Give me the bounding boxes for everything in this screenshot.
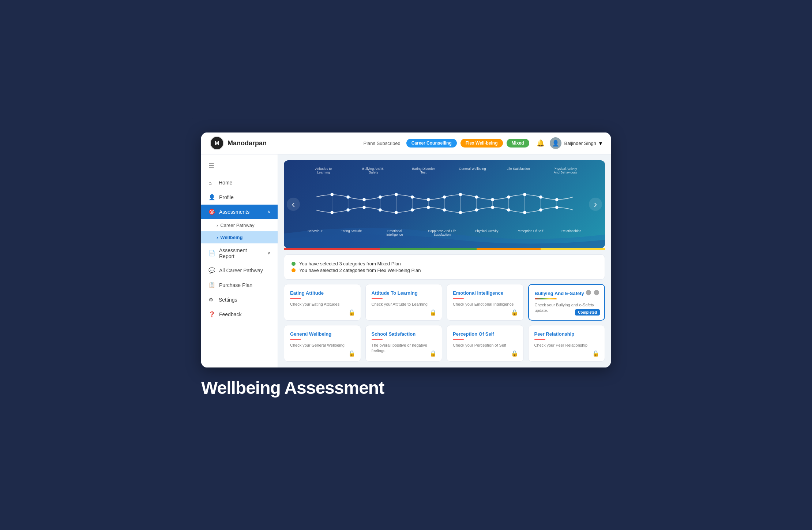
card-title-peer: Peer Relationship	[534, 331, 599, 337]
card-attitude-learning[interactable]: Attitude To Learning Check your Attitude…	[365, 284, 443, 321]
banner-prev-arrow[interactable]: ‹	[287, 198, 300, 211]
sidebar-sub-career-pathway[interactable]: › Career Pathway	[201, 219, 278, 231]
svg-point-8	[362, 206, 366, 209]
card-general-wellbeing[interactable]: General Wellbeing Check your General Wel…	[284, 325, 361, 362]
purchase-icon: 📋	[208, 282, 215, 288]
sidebar-item-settings[interactable]: ⚙ Settings	[201, 292, 278, 307]
sidebar-item-assessment-report[interactable]: 📄 Assessment Report ∨	[201, 243, 278, 263]
completed-badge: Completed	[575, 309, 600, 316]
selection-info: You have selected 3 categories from Mixe…	[284, 254, 605, 280]
svg-point-13	[395, 193, 398, 196]
svg-point-28	[475, 195, 478, 199]
card-desc-eating: Check your Eating Attitudes	[290, 302, 355, 307]
sidebar-item-purchase-plan[interactable]: 📋 Purchase Plan	[201, 278, 278, 292]
card-eating-attitude[interactable]: Eating Attitude Check your Eating Attitu…	[284, 284, 361, 321]
svg-point-16	[411, 195, 414, 199]
banner-bot-label-6: Relationships	[561, 229, 581, 236]
card-color-bar	[535, 298, 557, 299]
svg-point-19	[427, 198, 430, 201]
hamburger-icon[interactable]: ☰	[201, 159, 278, 176]
lock-icon-2: 🔒	[429, 309, 437, 316]
sidebar: ☰ ⌂ Home 👤 Profile 🎯 Assessments ∧ ›	[201, 154, 278, 367]
card-title-school: School Satisfaction	[372, 331, 436, 337]
svg-point-10	[379, 195, 382, 199]
card-perception-self[interactable]: Perception Of Self Check your Perception…	[447, 325, 524, 362]
banner-bot-label-0: Behaviour	[308, 229, 323, 236]
card-underline-3	[453, 298, 464, 299]
card-emotional-intelligence[interactable]: Emotional Intelligence Check your Emotio…	[447, 284, 524, 321]
sidebar-item-home[interactable]: ⌂ Home	[201, 176, 278, 190]
outer-frame: M Manodarpan Plans Subscribed Career Cou…	[187, 118, 625, 413]
content-area: Attitudes to Learning Bullying And E-Saf…	[278, 154, 611, 367]
dot-orange	[292, 268, 296, 272]
banner-label-4: Life Satisfaction	[507, 167, 530, 174]
cards-grid: Eating Attitude Check your Eating Attitu…	[278, 284, 611, 367]
header-right: 🔔 👤 Baljinder Singh ▾	[537, 137, 602, 149]
user-dropdown-icon: ▾	[599, 140, 602, 147]
feedback-icon: ❓	[208, 311, 215, 318]
svg-point-43	[555, 198, 559, 201]
selection-row-1: You have selected 3 categories from Mixe…	[292, 261, 597, 266]
sidebar-item-feedback[interactable]: ❓ Feedback	[201, 307, 278, 322]
svg-point-7	[362, 198, 366, 201]
sidebar-item-all-career[interactable]: 💬 All Career Pathway	[201, 263, 278, 278]
chevron-up-icon: ∧	[267, 209, 270, 214]
svg-point-29	[475, 208, 478, 212]
sidebar-sub-wellbeing[interactable]: › Wellbeing	[201, 231, 278, 243]
sidebar-label-report: Assessment Report	[219, 247, 264, 259]
banner-labels-bottom: Behaviour Eating Attitude Emotional Inte…	[284, 229, 605, 236]
card-dots: ⬤ ⬤	[586, 289, 600, 295]
badge-mixed[interactable]: Mixed	[507, 139, 529, 148]
svg-point-2	[330, 211, 334, 214]
card-school-satisfaction[interactable]: School Satisfaction The overall positive…	[365, 325, 443, 362]
svg-point-23	[443, 208, 446, 212]
sidebar-item-assessments[interactable]: 🎯 Assessments ∧	[201, 205, 278, 219]
home-icon: ⌂	[208, 180, 215, 186]
card-underline-5	[290, 339, 301, 340]
selection-text-2: You have selected 2 categories from Flex…	[299, 268, 421, 273]
chevron-down-icon: ∨	[267, 251, 270, 255]
svg-point-14	[395, 211, 398, 214]
notification-bell-icon[interactable]: 🔔	[537, 139, 545, 147]
badge-flex-wellbeing[interactable]: Flex Well-being	[460, 139, 503, 148]
plans-label: Plans Subscribed	[364, 141, 401, 146]
chevron-right-icon-well: ›	[217, 235, 218, 240]
svg-point-41	[539, 208, 542, 212]
svg-point-17	[411, 208, 414, 212]
sidebar-label-all-career: All Career Pathway	[219, 268, 263, 273]
badge-career-counselling[interactable]: Career Counselling	[406, 139, 457, 148]
logo-area: M Manodarpan	[210, 136, 364, 150]
settings-icon: ⚙	[208, 296, 215, 303]
lock-icon-6: 🔒	[429, 350, 437, 357]
header-center: Plans Subscribed Career Counselling Flex…	[364, 139, 529, 148]
card-title-emotional: Emotional Intelligence	[453, 290, 518, 296]
card-desc-perception: Check your Perception of Self	[453, 343, 518, 348]
header: M Manodarpan Plans Subscribed Career Cou…	[201, 132, 611, 154]
lock-icon-7: 🔒	[511, 350, 518, 357]
banner-label-5: Physical Activity And Behaviours	[551, 167, 580, 174]
card-underline	[290, 298, 301, 299]
banner-next-arrow[interactable]: ›	[589, 198, 602, 211]
card-title-learning: Attitude To Learning	[372, 290, 436, 296]
card-title-wellbeing: General Wellbeing	[290, 331, 355, 337]
user-area[interactable]: 👤 Baljinder Singh ▾	[550, 137, 602, 149]
user-name: Baljinder Singh	[564, 141, 596, 146]
card-underline-2	[372, 298, 383, 299]
banner-bot-label-4: Physical Activity	[475, 229, 498, 236]
sidebar-label-feedback: Feedback	[219, 311, 241, 317]
user-avatar: 👤	[550, 137, 561, 149]
banner-labels-top: Attitudes to Learning Bullying And E-Saf…	[284, 160, 605, 174]
sidebar-sub-label-career: Career Pathway	[220, 223, 254, 228]
lock-icon-3: 🔒	[511, 309, 518, 316]
banner-bot-label-5: Perception Of Self	[516, 229, 543, 236]
card-bullying-esafety[interactable]: ⬤ ⬤ Bullying And E-Safety Check your Bul…	[528, 284, 605, 321]
sidebar-item-profile[interactable]: 👤 Profile	[201, 190, 278, 205]
svg-point-20	[427, 206, 430, 209]
lock-icon-5: 🔒	[348, 350, 356, 357]
dna-visual	[316, 190, 573, 217]
lock-icon: 🔒	[348, 309, 356, 316]
page-bottom-title: Wellbeing Assessment	[201, 367, 611, 398]
sidebar-label-assessments: Assessments	[219, 209, 249, 215]
sidebar-label-profile: Profile	[219, 194, 234, 200]
card-peer-relationship[interactable]: Peer Relationship Check your Peer Relati…	[528, 325, 605, 362]
